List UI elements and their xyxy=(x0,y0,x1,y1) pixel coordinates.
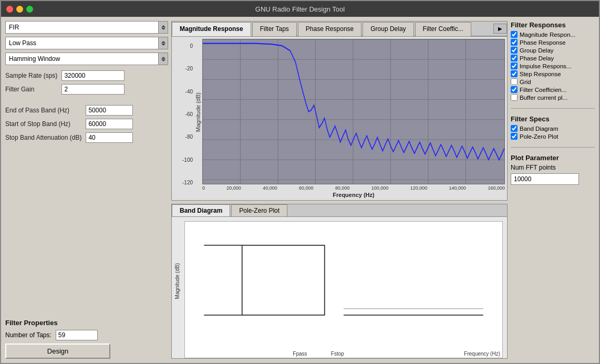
filter-subtype-select-wrapper: Low Pass High Pass Band Pass Band Reject xyxy=(5,37,168,49)
titlebar: GNU Radio Filter Design Tool xyxy=(1,1,599,17)
checkbox-filter-coefficients: Filter Coefficien... xyxy=(511,86,595,93)
y-tick-5: -100 xyxy=(182,157,193,163)
band-chart-area: Fpass Fstop Frequency (Hz) xyxy=(182,217,507,358)
x-tick-3: 60,000 xyxy=(299,185,314,191)
tab-phase-response[interactable]: Phase Response xyxy=(298,22,361,36)
close-button[interactable] xyxy=(6,6,13,13)
band-grid: End of Pass Band (Hz) Start of Stop Band… xyxy=(5,103,168,145)
checkbox-group-delay: Group Delay xyxy=(511,47,595,54)
num-taps-row: Number of Taps: xyxy=(5,330,168,340)
checkbox-band-diagram-input[interactable] xyxy=(511,125,518,132)
bottom-section: Band Diagram Pole-Zero Plot Magnitude (d… xyxy=(171,204,508,359)
filter-type-arrow xyxy=(158,22,168,33)
num-taps-input[interactable] xyxy=(56,330,98,340)
chart-plot-area: 0 20,000 40,000 60,000 80,000 100,000 12… xyxy=(202,39,505,200)
x-tick-8: 160,000 xyxy=(488,185,505,191)
x-axis-ticks: 0 20,000 40,000 60,000 80,000 100,000 12… xyxy=(202,184,505,192)
checkbox-buffer-current-label: Buffer current pl... xyxy=(520,95,567,101)
fpass-label: Fpass xyxy=(293,351,307,357)
checkbox-pole-zero-plot-label: Pole-Zero Plot xyxy=(520,133,558,140)
window-select-wrapper: Hamming Window Hanning Window Blackman W… xyxy=(5,53,168,65)
checkbox-pole-zero-plot: Pole-Zero Plot xyxy=(511,133,595,140)
params-grid: Sample Rate (sps) Filter Gain xyxy=(5,68,168,97)
checkbox-buffer-current-input[interactable] xyxy=(511,94,518,101)
band-diagram-with-yaxis: Magnitude (dB) xyxy=(172,217,507,358)
right-panel: Filter Responses Magnitude Respon... Pha… xyxy=(511,21,595,359)
checkbox-impulse-response-input[interactable] xyxy=(511,63,518,69)
y-axis-label: Magnitude (dB) xyxy=(195,92,201,132)
checkbox-magnitude-response: Magnitude Respon... xyxy=(511,31,595,38)
y-axis-ticks: 0 -20 -40 -60 -80 -100 -120 xyxy=(174,39,194,200)
checkbox-step-response-input[interactable] xyxy=(511,70,518,77)
checkbox-grid-input[interactable] xyxy=(511,78,518,85)
checkbox-buffer-current: Buffer current pl... xyxy=(511,94,595,101)
filter-gain-input[interactable] xyxy=(61,84,125,95)
end-pass-band-input[interactable] xyxy=(86,105,133,116)
x-tick-4: 80,000 xyxy=(335,185,350,191)
filter-gain-label: Filter Gain xyxy=(5,86,57,93)
checkbox-phase-response-input[interactable] xyxy=(511,39,518,46)
svg-rect-15 xyxy=(242,245,325,315)
arrow-down-icon xyxy=(161,59,165,61)
tab-band-diagram[interactable]: Band Diagram xyxy=(172,204,230,216)
chart-with-yaxis: 0 -20 -40 -60 -80 -100 -120 Magnitude (d… xyxy=(174,39,505,200)
filter-specs-title: Filter Specs xyxy=(511,115,595,123)
tabs-bar: Magnitude Response Filter Taps Phase Res… xyxy=(172,22,507,37)
checkbox-impulse-response-label: Impulse Respons... xyxy=(520,63,571,69)
tab-filter-taps[interactable]: Filter Taps xyxy=(252,22,297,36)
filter-type-select-wrapper: FIR IIR xyxy=(5,21,168,34)
filter-props-title: Filter Properties xyxy=(5,319,168,327)
checkbox-pole-zero-plot-input[interactable] xyxy=(511,133,518,140)
checkbox-phase-delay-label: Phase Delay xyxy=(520,55,554,61)
tab-next-button[interactable]: ▶ xyxy=(493,24,507,34)
design-button[interactable]: Design xyxy=(5,344,110,359)
arrow-up-icon xyxy=(161,57,165,59)
num-fft-input[interactable] xyxy=(511,173,579,185)
filter-type-select[interactable]: FIR IIR xyxy=(6,22,168,33)
filter-subtype-select[interactable]: Low Pass High Pass Band Pass Band Reject xyxy=(6,37,168,49)
checkbox-magnitude-response-input[interactable] xyxy=(511,31,518,38)
magnitude-chart-svg xyxy=(203,39,504,184)
y-tick-0: 0 xyxy=(190,43,193,49)
checkbox-group-delay-input[interactable] xyxy=(511,47,518,54)
x-tick-6: 120,000 xyxy=(410,185,428,191)
y-tick-3: -60 xyxy=(185,111,193,117)
left-panel: FIR IIR Low Pass High Pass Band Pass Ban… xyxy=(5,21,168,359)
checkbox-step-response-label: Step Response xyxy=(520,71,561,77)
tab-magnitude-response[interactable]: Magnitude Response xyxy=(172,22,251,36)
tab-pole-zero-plot[interactable]: Pole-Zero Plot xyxy=(231,204,287,216)
start-stop-band-input[interactable] xyxy=(86,119,133,129)
arrow-down-icon xyxy=(161,44,165,46)
checkbox-step-response: Step Response xyxy=(511,70,595,77)
window-title: GNU Radio Filter Design Tool xyxy=(255,5,345,13)
y-tick-4: -80 xyxy=(185,134,193,140)
band-y-axis-label: Magnitude (dB) xyxy=(174,263,180,299)
sample-rate-input[interactable] xyxy=(61,70,125,81)
divider-1 xyxy=(511,108,595,109)
window-arrow xyxy=(158,53,168,65)
filter-properties: Filter Properties Number of Taps: Design xyxy=(5,314,168,359)
tab-filter-coeffic[interactable]: Filter Coeffic... xyxy=(415,22,471,36)
arrow-down-icon xyxy=(161,28,165,30)
band-chart-plot: Fpass Fstop Frequency (Hz) xyxy=(184,221,503,358)
arrow-up-icon xyxy=(161,41,165,43)
main-content: FIR IIR Low Pass High Pass Band Pass Ban… xyxy=(1,17,599,363)
window-select[interactable]: Hamming Window Hanning Window Blackman W… xyxy=(6,53,168,65)
y-tick-6: -120 xyxy=(182,180,193,185)
divider-2 xyxy=(511,147,595,148)
tab-group-delay[interactable]: Group Delay xyxy=(363,22,413,36)
top-chart-section: Magnitude Response Filter Taps Phase Res… xyxy=(171,21,508,201)
y-tick-2: -40 xyxy=(185,89,193,95)
stop-band-atten-label: Stop Band Attenuation (dB) xyxy=(5,134,81,141)
filter-specs-section: Filter Specs Band Diagram Pole-Zero Plot xyxy=(511,115,595,141)
num-taps-label: Number of Taps: xyxy=(5,331,51,339)
band-diagram-svg xyxy=(185,222,502,358)
maximize-button[interactable] xyxy=(26,6,33,13)
minimize-button[interactable] xyxy=(16,6,23,13)
band-y-axis-label-container: Magnitude (dB) xyxy=(172,217,182,358)
checkbox-filter-coefficients-input[interactable] xyxy=(511,86,518,93)
stop-band-atten-input[interactable] xyxy=(86,132,133,143)
checkbox-phase-delay-input[interactable] xyxy=(511,55,518,61)
checkbox-impulse-response: Impulse Respons... xyxy=(511,63,595,69)
end-pass-band-label: End of Pass Band (Hz) xyxy=(5,107,81,114)
